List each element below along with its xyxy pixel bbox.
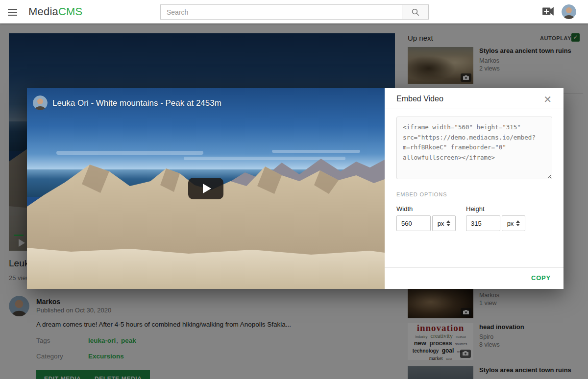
embed-options-label: EMBED OPTIONS: [396, 191, 447, 197]
width-unit-select[interactable]: px: [432, 215, 456, 231]
user-avatar[interactable]: [562, 4, 576, 19]
modal-title: Embed Video: [396, 95, 443, 103]
embed-code-textarea[interactable]: <iframe width="560" height="315" src="ht…: [396, 117, 552, 179]
preview-play-button[interactable]: [188, 178, 223, 199]
search-input[interactable]: [160, 4, 402, 20]
width-label: Width: [396, 205, 413, 213]
width-input[interactable]: [396, 215, 431, 231]
play-icon: [203, 184, 211, 193]
top-header: MediaCMS: [0, 0, 588, 24]
logo[interactable]: MediaCMS: [28, 0, 82, 24]
embed-panel: Embed Video ✕ <iframe width="560" height…: [385, 88, 564, 289]
height-label: Height: [466, 205, 485, 213]
close-icon[interactable]: ✕: [540, 93, 555, 106]
spinner-arrows-icon: [446, 220, 450, 226]
search-icon: [411, 8, 420, 17]
height-unit-value: px: [507, 220, 514, 227]
spinner-arrows-icon: [516, 220, 520, 226]
height-input[interactable]: [466, 215, 500, 231]
logo-media: Media: [28, 5, 58, 18]
modal-header: Embed Video ✕: [385, 88, 564, 109]
width-unit-value: px: [438, 220, 444, 227]
upload-media-icon[interactable]: [542, 6, 556, 18]
logo-cms: CMS: [58, 5, 83, 18]
preview-video-title[interactable]: Leuka Ori - White mountains - Peak at 24…: [52, 98, 221, 108]
preview-titlebar: Leuka Ori - White mountains - Peak at 24…: [27, 88, 385, 118]
search-button[interactable]: [402, 4, 429, 20]
hamburger-menu-icon[interactable]: [8, 7, 20, 17]
height-field-group: px: [466, 215, 525, 231]
modal-footer: COPY: [385, 267, 564, 289]
width-field-group: px: [396, 215, 456, 231]
embed-preview-player[interactable]: Leuka Ori - White mountains - Peak at 24…: [27, 88, 385, 289]
search-form: [160, 4, 429, 20]
copy-button[interactable]: COPY: [531, 274, 551, 282]
preview-author-avatar: [33, 95, 48, 110]
height-unit-select[interactable]: px: [502, 215, 525, 231]
embed-modal: Leuka Ori - White mountains - Peak at 24…: [27, 88, 564, 289]
